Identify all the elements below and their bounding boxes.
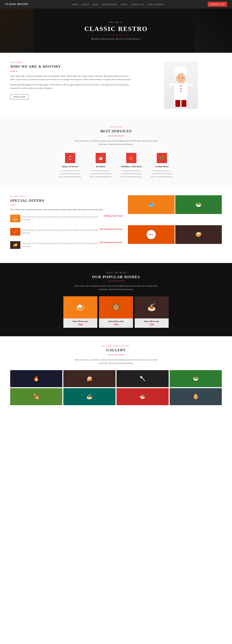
dish-info-2: Donec libero ante $100 bbox=[135, 318, 169, 328]
offer-photo-sandwich: 🥪 bbox=[175, 225, 222, 244]
hero-bg-right bbox=[195, 8, 232, 53]
service-icon-1: ☕ bbox=[96, 153, 106, 163]
dish-price-0: $100 bbox=[65, 323, 96, 326]
offers-deco-line bbox=[10, 205, 15, 205]
popular-deco-line1 bbox=[108, 281, 114, 281]
gallery-deco-line2 bbox=[118, 355, 124, 355]
offer-details-0: Pring Vog & Pasta $10 Donec libero ante,… bbox=[22, 215, 123, 221]
gallery-item-5: 🍝 bbox=[63, 388, 115, 405]
dish-price-2: $100 bbox=[136, 323, 167, 326]
offers-deco bbox=[10, 205, 123, 205]
gallery-item-1: 🍰 bbox=[63, 370, 115, 387]
services-desc: Donec libero ante, commodo at pretium vi… bbox=[73, 139, 159, 146]
nav-item-menu[interactable]: MENU bbox=[93, 4, 99, 6]
service-name-1: Breakfast bbox=[89, 165, 113, 168]
service-card-2: 🎁 Birthday Celebration you need a doctor… bbox=[119, 153, 143, 178]
hero-divider-line-left bbox=[104, 35, 114, 35]
hero-subtitle: Modern Restaurant & Fast Food House bbox=[84, 38, 148, 40]
gallery-section: Do what tastes right. GALLERY Donec libe… bbox=[0, 336, 232, 414]
dish-card-2: 🍝 Donec libero ante $100 bbox=[135, 296, 169, 328]
book-now-button[interactable]: BOOK NOW bbox=[10, 94, 28, 100]
hero-divider-dot bbox=[115, 34, 117, 36]
offer-details-2: Cheese/Bacon/Coleslaw $10 Donec libero a… bbox=[22, 241, 123, 248]
gallery-divider bbox=[10, 354, 222, 355]
percent-badge: 50% bbox=[147, 230, 156, 239]
nav-item-elements[interactable]: OUR ELEMENTS bbox=[148, 4, 164, 6]
nav-logo: CLASSIC RESTRO bbox=[5, 3, 28, 6]
gallery-item-3: 🥗 bbox=[170, 370, 222, 387]
svg-point-4 bbox=[180, 86, 181, 86]
dishes-grid: 🍛 Donec libero ante $100 🥘 Donec libero … bbox=[10, 296, 222, 328]
about-section: Our Story WHO WE ARE & HISTORY Donec lib… bbox=[0, 53, 232, 117]
svg-point-6 bbox=[180, 90, 181, 92]
offers-left: Be the first SPECIAL OFFERS Donec libero… bbox=[10, 195, 123, 254]
offers-desc: Donec libero ante, commodo at pretium vi… bbox=[10, 208, 123, 211]
offer-name-2: Cheese/Bacon/Coleslaw bbox=[102, 241, 123, 244]
offer-img-2: 🧀 bbox=[10, 241, 20, 249]
offer-item-0: 🍝 Pring Vog & Pasta $10 Donec libero ant… bbox=[10, 215, 123, 225]
service-desc-1: you need a doctor for to coansectetuer L… bbox=[89, 169, 113, 178]
services-deco-line1 bbox=[108, 136, 114, 136]
hero-divider bbox=[84, 34, 148, 36]
nav-links: HOME ABOUT MENU RESERVATION PAGES CONTAC… bbox=[72, 3, 164, 6]
deco-line bbox=[10, 71, 15, 72]
svg-point-11 bbox=[179, 77, 180, 78]
svg-rect-9 bbox=[176, 100, 180, 107]
dish-name-1: Donec libero ante bbox=[101, 320, 131, 323]
nav-item-reservation[interactable]: RESERVATION bbox=[103, 4, 117, 6]
dish-name-0: Donec libero ante bbox=[65, 320, 96, 323]
nav-item-contact[interactable]: CONTACT US bbox=[131, 4, 144, 6]
service-desc-3: you need a doctor for to coansectetuer L… bbox=[150, 169, 174, 178]
about-deco bbox=[10, 71, 133, 72]
services-divider bbox=[10, 136, 222, 136]
hero-welcome: Welcome To bbox=[84, 21, 148, 24]
gallery-item-2: 🥄 bbox=[117, 370, 169, 387]
offer-name-1: Cheese/Bacon/Coleslaw bbox=[102, 228, 123, 230]
popular-section: Taste the myth OUR POPULAR DISHES Donec … bbox=[0, 263, 232, 336]
nav-item-about[interactable]: ABOUT bbox=[82, 4, 89, 6]
contact-us-button[interactable]: CONTACT US bbox=[208, 2, 227, 7]
hero-content: Welcome To CLASSIC RESTRO Modern Restaur… bbox=[84, 21, 148, 40]
service-name-0: Dinner & Dessert bbox=[58, 165, 82, 168]
svg-rect-7 bbox=[168, 82, 175, 86]
nav-item-pages[interactable]: PAGES bbox=[121, 4, 127, 6]
about-label: Our Story bbox=[10, 61, 133, 63]
gallery-item-6: 🍜 bbox=[117, 388, 169, 405]
offer-photo-salad: 🥗 bbox=[175, 195, 222, 214]
offer-photo-bowl: 🥣 bbox=[128, 195, 174, 214]
gallery-item-4: 🍖 bbox=[10, 388, 62, 405]
about-paragraph2: Raesent imperdiet dignissim lectus eget … bbox=[10, 83, 133, 90]
service-desc-2: you need a doctor for to coansectetuer L… bbox=[119, 169, 143, 178]
dish-img-0: 🍛 bbox=[63, 296, 97, 318]
gallery-title: GALLERY bbox=[10, 348, 222, 352]
deco-dot bbox=[16, 71, 17, 72]
gallery-deco-line1 bbox=[108, 355, 114, 355]
service-icon-0: 🍷 bbox=[65, 153, 75, 163]
services-section: Eat Fresh BEST SERVICES Donec libero ant… bbox=[0, 117, 232, 187]
offers-title: SPECIAL OFFERS bbox=[10, 198, 123, 203]
service-name-2: Birthday Celebration bbox=[119, 165, 143, 168]
navbar: CLASSIC RESTRO HOME ABOUT MENU RESERVATI… bbox=[0, 0, 232, 8]
hero-bg-left bbox=[0, 8, 34, 53]
gallery-grid: 🔥 🍰 🥄 🥗 🍖 🍝 🍜 🥚 bbox=[10, 370, 222, 405]
offer-item-1: 🥓 Cheese/Bacon/Coleslaw $10 Donec libero… bbox=[10, 228, 123, 238]
offer-photo-rice: 🍛 50% bbox=[128, 225, 174, 244]
service-icon-3: 🌿 bbox=[157, 153, 167, 163]
about-left: Our Story WHO WE ARE & HISTORY Donec lib… bbox=[10, 61, 133, 100]
offer-price-1: $10 bbox=[99, 228, 102, 230]
gallery-item-0: 🔥 bbox=[10, 370, 62, 387]
popular-desc: Donec libero ante, commodo at pretium vi… bbox=[73, 284, 159, 291]
svg-rect-10 bbox=[182, 100, 186, 107]
service-desc-0: you need a doctor for to coansectetuer L… bbox=[58, 169, 82, 178]
offer-img-0: 🍝 bbox=[10, 215, 20, 222]
dish-card-1: 🥘 Donec libero ante $100 bbox=[99, 296, 133, 328]
services-grid: 🍷 Dinner & Dessert you need a doctor for… bbox=[10, 153, 222, 178]
chef-image bbox=[164, 61, 198, 109]
dish-info-0: Donec libero ante $100 bbox=[63, 318, 97, 328]
dish-img-1: 🥘 bbox=[99, 296, 133, 318]
popular-label: Taste the myth bbox=[10, 272, 222, 274]
dish-info-1: Donec libero ante $100 bbox=[99, 318, 133, 328]
nav-item-home[interactable]: HOME bbox=[72, 4, 78, 6]
svg-point-12 bbox=[182, 77, 183, 78]
dish-price-1: $100 bbox=[101, 323, 131, 326]
